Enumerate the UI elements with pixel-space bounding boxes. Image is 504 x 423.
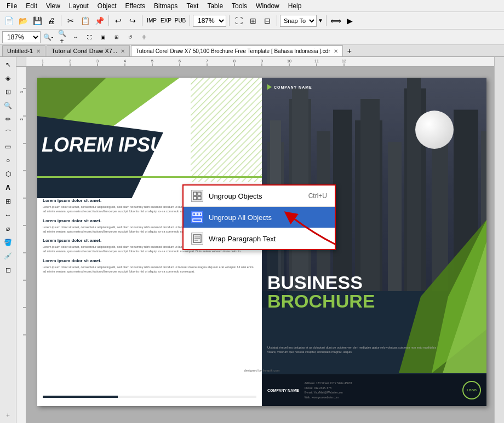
tab-untitled-close[interactable]: ✕ (36, 48, 41, 54)
tool-table[interactable]: ⊞ (2, 195, 15, 208)
business-title1: BUSINESS (267, 273, 375, 292)
sphere (415, 111, 454, 149)
snap-chevron: ▼ (318, 18, 323, 24)
copy-button[interactable]: 📋 (78, 14, 91, 27)
sep4 (190, 15, 190, 26)
ctx-ungroup-shortcut: Ctrl+U (308, 192, 327, 200)
svg-text:1: 1 (42, 59, 44, 63)
footer-email: E-mail: YourMail@Website.com (305, 390, 352, 395)
tab-tutorial1-close[interactable]: ✕ (121, 48, 125, 54)
zoom-out-btn[interactable]: 🔍- (42, 31, 54, 43)
tool-rect[interactable]: ▭ (2, 140, 15, 153)
cut-button[interactable]: ✂ (64, 14, 77, 27)
align-button[interactable]: ⟺ (329, 14, 342, 27)
zoom-in-btn[interactable]: 🔍+ (56, 31, 68, 43)
svg-text:8: 8 (233, 59, 236, 63)
svg-rect-62 (196, 213, 199, 216)
menu-text[interactable]: Text (182, 1, 203, 11)
grid-button[interactable]: ⊞ (247, 14, 260, 27)
more-button[interactable]: ▶ (343, 14, 357, 27)
footer-company-name: COMPANY NAME (267, 389, 299, 392)
footer-company: COMPANY NAME (267, 389, 299, 392)
zoom-all-btn[interactable]: ⊞ (111, 31, 123, 43)
svg-rect-59 (193, 196, 197, 200)
svg-text:10: 10 (287, 59, 291, 63)
svg-text:5: 5 (151, 59, 153, 63)
tool-eyedropper[interactable]: 💉 (2, 250, 15, 263)
tool-add-page[interactable]: + (2, 409, 15, 422)
tool-smart-draw[interactable]: ⌒ (2, 126, 15, 140)
new-button[interactable]: 📄 (2, 14, 15, 27)
undo-button[interactable]: ↩ (112, 14, 125, 27)
menu-effects[interactable]: Effects (121, 1, 150, 11)
menu-layout[interactable]: Layout (65, 1, 93, 11)
tool-zoom-tool[interactable]: 🔍 (2, 99, 15, 112)
svg-rect-64 (193, 219, 202, 222)
tool-select[interactable]: ↖ (2, 58, 15, 71)
menu-object[interactable]: Object (93, 1, 121, 11)
ruler-horizontal: 1 2 3 4 5 6 7 8 9 (26, 57, 494, 67)
tab-brochure[interactable]: Tutorial Corel Draw X7 50,100 Brochure F… (131, 45, 343, 56)
tool-dimension[interactable]: ↔ (2, 208, 15, 222)
svg-text:2: 2 (69, 59, 71, 63)
export-button[interactable]: EXP (159, 14, 173, 27)
zoom-reset-btn[interactable]: ↺ (124, 31, 136, 43)
full-screen-button[interactable]: ⛶ (232, 14, 245, 27)
import-button[interactable]: IMP (145, 14, 158, 27)
tool-ellipse[interactable]: ○ (2, 154, 15, 167)
svg-text:12: 12 (342, 59, 346, 63)
menu-window[interactable]: Window (251, 1, 284, 11)
snap-dropdown[interactable]: Snap To (280, 15, 317, 27)
tab-brochure-close[interactable]: ✕ (334, 48, 338, 54)
zoom-level-select[interactable]: 187% (2, 31, 41, 43)
menu-help[interactable]: Help (284, 1, 306, 11)
tool-polygon[interactable]: ⬡ (2, 167, 15, 181)
paste-button[interactable]: 📌 (93, 14, 106, 27)
tool-crop[interactable]: ⊡ (2, 85, 15, 98)
tool-text[interactable]: A (2, 181, 15, 194)
tab-brochure-label: Tutorial Corel Draw X7 50,100 Brochure F… (136, 48, 330, 54)
tool-freehand[interactable]: ✏ (2, 113, 15, 126)
svg-text:6: 6 (179, 59, 181, 63)
ruler-corner (16, 57, 26, 67)
tab-add-button[interactable]: + (344, 45, 355, 56)
menu-tools[interactable]: Tools (227, 1, 251, 11)
save-button[interactable]: 💾 (31, 14, 44, 27)
tool-shape[interactable]: ◈ (2, 72, 15, 85)
zoom-select[interactable]: 187% (193, 15, 226, 27)
tab-tutorial1[interactable]: Tutorial Corel Draw X7... ✕ (47, 45, 130, 56)
zoom-fit-page-btn[interactable]: ⛶ (83, 31, 95, 43)
tool-connector[interactable]: ⌀ (2, 222, 15, 235)
zoom-selection-btn[interactable]: ▣ (97, 31, 109, 43)
tab-untitled[interactable]: Untitled-1 ✕ (2, 45, 45, 56)
tool-fill[interactable]: 🪣 (2, 236, 15, 249)
print-button[interactable]: 🖨 (45, 14, 58, 27)
progress-bar-bg (43, 396, 256, 398)
zoom-add-btn[interactable]: + (138, 31, 150, 43)
menu-file[interactable]: File (2, 1, 21, 11)
ctx-ungroup-objects[interactable]: Ungroup Objects Ctrl+U (184, 186, 335, 206)
redo-button[interactable]: ↪ (126, 14, 139, 27)
menu-bitmaps[interactable]: Bitmaps (150, 1, 182, 11)
sec4-heading: Lorem ipsum dolor sit amet. (43, 258, 257, 263)
svg-text:11: 11 (314, 59, 319, 63)
logo-area: LOGO (462, 381, 481, 399)
menu-table[interactable]: Table (203, 1, 227, 11)
canvas-area: 1 2 3 4 5 6 7 8 9 (16, 57, 494, 423)
open-button[interactable]: 📂 (16, 14, 30, 27)
red-arrow-annotation (281, 206, 347, 252)
tool-outline[interactable]: ◻ (2, 263, 15, 276)
ctx-ungroup-label: Ungroup Objects (209, 192, 303, 200)
lorem-title: LOREM IPSUM (42, 135, 181, 155)
menu-bar: File Edit View Layout Object Effects Bit… (0, 0, 504, 12)
svg-text:1: 1 (20, 91, 24, 93)
canvas-content: LOREM IPSUM ○ ◎ ● Lorem ipsum dolor sit … (26, 67, 494, 423)
company-top-bar: COMPANY NAME (267, 84, 312, 90)
guide-button[interactable]: ⊟ (261, 14, 274, 27)
zoom-fit-width-btn[interactable]: ↔ (70, 31, 82, 43)
menu-edit[interactable]: Edit (21, 1, 42, 11)
publish-button[interactable]: PUB (174, 14, 187, 27)
menu-view[interactable]: View (42, 1, 65, 11)
ungroup-icon (191, 190, 203, 202)
svg-rect-58 (198, 192, 201, 195)
